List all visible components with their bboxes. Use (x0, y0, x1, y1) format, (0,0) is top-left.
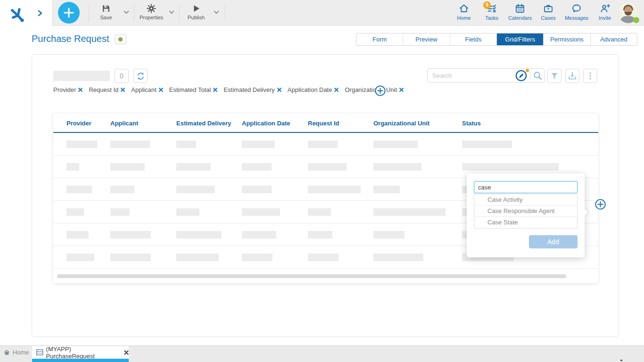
search-icon[interactable] (532, 70, 544, 82)
skeleton-cell (176, 231, 222, 239)
notification-dot (526, 69, 529, 72)
horizontal-scrollbar-thumb[interactable] (57, 274, 566, 278)
remove-chip-icon[interactable] (213, 88, 217, 92)
chip-label: Estimated Total (169, 86, 211, 93)
tasks-count-badge: 9 (483, 1, 491, 9)
bottom-tab-purchase-request[interactable]: (MYAPP) PurchaseRequest (32, 346, 129, 359)
tab-fields[interactable]: Fields (450, 33, 497, 45)
column-search-input[interactable] (474, 181, 578, 193)
active-tab-indicator (32, 359, 129, 362)
skeleton-cell (242, 163, 272, 171)
skeleton-cell (110, 254, 151, 261)
skeleton-cell (462, 163, 559, 171)
properties-button[interactable]: Properties (136, 3, 167, 20)
home-tab-icon (3, 349, 10, 356)
tab-grid-filters[interactable]: Grid/Filters (497, 33, 544, 45)
column-option-case-activity[interactable]: Case Activity (474, 194, 577, 206)
bizagi-logo-icon[interactable] (8, 4, 26, 23)
remove-chip-icon[interactable] (399, 88, 404, 92)
bottom-tab-bar: Home (MYAPP) PurchaseRequest (0, 346, 644, 362)
skeleton-cell (176, 140, 196, 148)
form-status-badge[interactable] (115, 34, 126, 44)
column-header-status[interactable]: Status (462, 120, 481, 127)
skeleton-cell (242, 140, 275, 148)
skeleton-cell (462, 140, 512, 148)
filter-chip-applicant: Applicant (131, 86, 163, 93)
column-header-provider[interactable]: Provider (66, 120, 91, 127)
remove-chip-icon[interactable] (78, 88, 83, 92)
properties-dropdown-chevron-icon[interactable] (169, 10, 174, 14)
add-column-button[interactable] (595, 199, 606, 210)
column-option-case-responsible-agent[interactable]: Case Responsible Agent (474, 206, 577, 217)
logo-zone (0, 0, 52, 26)
remove-chip-icon[interactable] (277, 88, 281, 92)
chip-label: Application Date (288, 86, 332, 93)
tab-form[interactable]: Form (356, 33, 403, 45)
plus-icon (64, 8, 74, 18)
skeleton-cell (373, 208, 446, 216)
tab-preview[interactable]: Preview (403, 33, 450, 45)
grid-header-row: ProviderApplicantEstimated DeliveryAppli… (53, 114, 598, 133)
skeleton-cell (373, 186, 400, 193)
skeleton-cell (308, 231, 332, 239)
nav-cases[interactable]: Cases (534, 3, 562, 21)
search-divider (530, 70, 530, 81)
skeleton-cell (66, 186, 92, 193)
nav-messages[interactable]: Messages (562, 3, 591, 21)
save-button[interactable]: Save (94, 3, 118, 20)
add-column-confirm-button[interactable]: Add (529, 235, 578, 248)
online-status-dot (633, 17, 639, 23)
chip-label: Provider (53, 86, 76, 93)
skeleton-cell (242, 231, 276, 239)
column-header-applicant[interactable]: Applicant (110, 120, 138, 127)
active-tab-label: (MYAPP) PurchaseRequest (46, 346, 119, 360)
user-avatar[interactable] (618, 3, 638, 23)
filter-chip-organizational-unit: Organizational Unit (345, 86, 404, 93)
more-options-button[interactable] (583, 69, 597, 83)
column-header-request-id[interactable]: Request Id (308, 120, 339, 127)
home-tab-label: Home (13, 349, 29, 356)
publish-dropdown-chevron-icon[interactable] (214, 10, 219, 14)
filter-button[interactable] (547, 69, 561, 83)
toolbar-divider (89, 4, 89, 22)
save-dropdown-chevron-icon[interactable] (124, 10, 129, 14)
column-header-organizational-unit[interactable]: Organizational Unit (373, 120, 429, 127)
nav-calendars[interactable]: Calendars (506, 3, 534, 21)
filter-chip-provider: Provider (53, 86, 83, 93)
skeleton-cell (176, 186, 215, 193)
skeleton-cell (110, 208, 130, 216)
column-option-case-state[interactable]: Case State (474, 217, 577, 228)
skeleton-cell (176, 254, 219, 261)
tab-permissions[interactable]: Permissions (544, 33, 590, 45)
column-header-application-date[interactable]: Application Date (242, 120, 290, 127)
bottom-tab-home[interactable]: Home (0, 346, 32, 359)
expand-menu-chevron-icon[interactable] (38, 10, 43, 16)
skeleton-cell (373, 254, 423, 261)
remove-chip-icon[interactable] (334, 88, 339, 92)
remove-chip-icon[interactable] (159, 88, 163, 92)
skeleton-cell (373, 140, 418, 148)
export-button[interactable] (565, 69, 579, 83)
close-tab-icon[interactable] (124, 350, 129, 355)
skeleton-cell (66, 254, 94, 261)
top-toolbar: Save Properties (0, 0, 644, 26)
funnel-icon (549, 71, 560, 81)
skeleton-cell (373, 163, 421, 171)
new-item-button[interactable] (58, 2, 80, 24)
column-header-estimated-delivery[interactable]: Estimated Delivery (176, 120, 231, 127)
skeleton-cell (242, 254, 272, 261)
message-bubble-icon (571, 3, 582, 14)
refresh-button[interactable] (133, 69, 148, 83)
status-green-dot (118, 37, 123, 41)
filter-chips-row: ProviderRequest IdApplicantEstimated Tot… (53, 84, 410, 95)
nav-home[interactable]: Home (450, 3, 478, 21)
nav-invite[interactable]: Invite (591, 3, 619, 21)
skeleton-cell (66, 208, 84, 216)
add-filter-button[interactable] (375, 85, 386, 96)
chip-label: Estimated Delivery (223, 86, 274, 93)
remove-chip-icon[interactable] (121, 88, 125, 92)
publish-button[interactable]: Publish (183, 3, 209, 20)
search-input[interactable] (428, 69, 512, 82)
nav-tasks[interactable]: 9 Tasks (478, 3, 506, 21)
tab-advanced[interactable]: Advanced (591, 33, 637, 45)
